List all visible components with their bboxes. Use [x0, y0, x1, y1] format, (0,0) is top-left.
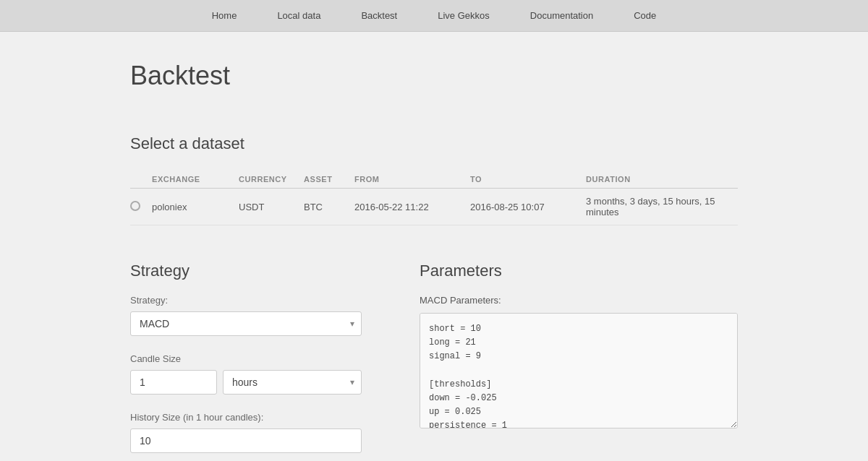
header-exchange: EXCHANGE	[152, 175, 239, 184]
candle-unit-select-wrapper: minutes hours days ▾	[223, 370, 362, 395]
nav-local-data[interactable]: Local data	[257, 1, 341, 30]
candle-unit-select[interactable]: minutes hours days	[223, 370, 362, 395]
candle-size-row: minutes hours days ▾	[130, 370, 362, 395]
page-title: Backtest	[130, 61, 738, 91]
main-nav: Home Local data Backtest Live Gekkos Doc…	[0, 0, 868, 32]
strategy-select[interactable]: MACD RSI DEMA StochRSI	[130, 311, 362, 336]
parameters-heading: Parameters	[420, 262, 738, 280]
header-from: FROM	[354, 175, 470, 184]
header-asset: ASSET	[304, 175, 354, 184]
dataset-heading: Select a dataset	[130, 134, 738, 153]
params-textarea[interactable]: short = 10 long = 21 signal = 9 [thresho…	[420, 313, 738, 428]
strategy-heading: Strategy	[130, 262, 362, 280]
row-exchange: poloniex	[152, 202, 239, 212]
nav-backtest[interactable]: Backtest	[341, 1, 417, 30]
row-to: 2016-08-25 10:07	[470, 202, 586, 212]
history-input[interactable]	[130, 428, 362, 453]
candle-size-input[interactable]	[130, 370, 217, 395]
candle-size-label: Candle Size	[130, 353, 362, 364]
nav-code[interactable]: Code	[613, 1, 676, 30]
dataset-table: EXCHANGE CURRENCY ASSET FROM TO DURATION…	[130, 171, 738, 225]
header-duration: DURATION	[586, 175, 738, 184]
row-currency: USDT	[239, 202, 304, 212]
dataset-section: Select a dataset EXCHANGE CURRENCY ASSET…	[130, 134, 738, 225]
history-label: History Size (in 1 hour candles):	[130, 412, 362, 423]
row-asset: BTC	[304, 202, 354, 212]
strategy-section: Strategy Strategy: MACD RSI DEMA StochRS…	[130, 262, 362, 453]
strategy-label: Strategy:	[130, 295, 362, 306]
row-from: 2016-05-22 11:22	[354, 202, 470, 212]
header-to: TO	[470, 175, 586, 184]
main-content: Backtest Select a dataset EXCHANGE CURRE…	[87, 32, 781, 461]
nav-documentation[interactable]: Documentation	[510, 1, 613, 30]
row-duration: 3 months, 3 days, 15 hours, 15 minutes	[586, 196, 738, 217]
row-radio[interactable]	[130, 201, 140, 211]
table-row: poloniex USDT BTC 2016-05-22 11:22 2016-…	[130, 189, 738, 225]
table-header: EXCHANGE CURRENCY ASSET FROM TO DURATION	[130, 171, 738, 189]
nav-home[interactable]: Home	[192, 1, 258, 30]
header-currency: CURRENCY	[239, 175, 304, 184]
params-label: MACD Parameters:	[420, 295, 738, 306]
bottom-sections: Strategy Strategy: MACD RSI DEMA StochRS…	[130, 262, 738, 453]
strategy-select-wrapper: MACD RSI DEMA StochRSI ▾	[130, 311, 362, 336]
parameters-section: Parameters MACD Parameters: short = 10 l…	[420, 262, 738, 431]
nav-live-gekkos[interactable]: Live Gekkos	[417, 1, 510, 30]
